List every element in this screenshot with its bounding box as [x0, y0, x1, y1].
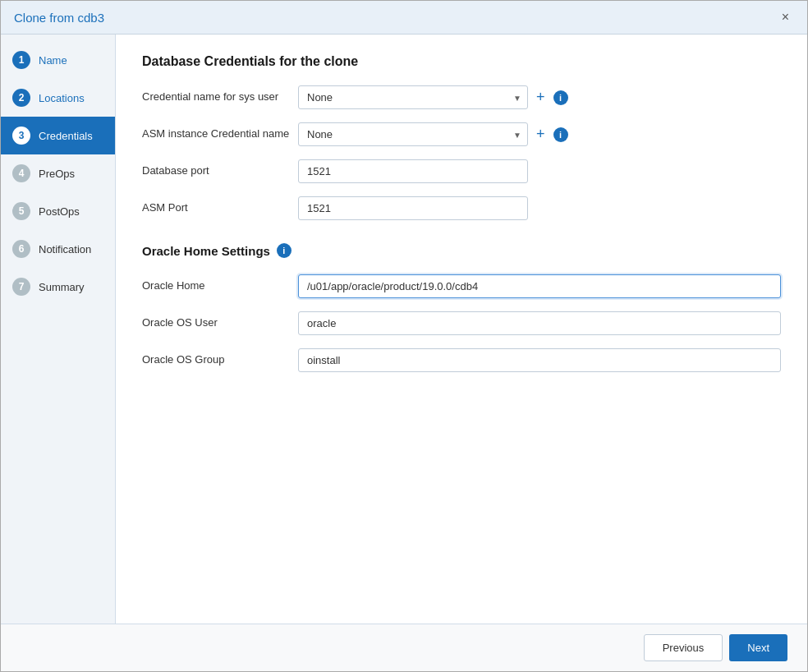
db-port-label: Database port	[142, 163, 298, 178]
sidebar-item-postops[interactable]: 5 PostOps	[1, 192, 115, 230]
sidebar-label-summary: Summary	[39, 281, 85, 293]
sidebar-item-credentials[interactable]: 3 Credentials	[1, 117, 115, 154]
close-button[interactable]: ×	[777, 9, 794, 25]
step-num-5: 5	[12, 202, 30, 220]
asm-credential-group: ASM instance Credential name None ▼ + i	[142, 122, 781, 146]
dialog-footer: Previous Next	[1, 624, 807, 671]
sidebar-label-postops: PostOps	[39, 205, 80, 218]
oracle-home-controls	[298, 274, 781, 298]
asm-credential-controls: None ▼ + i	[298, 122, 781, 146]
info-asm-icon[interactable]: i	[553, 127, 568, 142]
oracle-os-group-controls	[298, 348, 781, 372]
asm-port-group: ASM Port	[142, 196, 781, 220]
add-asm-credential-button[interactable]: +	[535, 124, 547, 145]
wizard-sidebar: 1 Name 2 Locations 3 Credentials 4 PreOp…	[1, 35, 116, 624]
plus-icon: +	[536, 89, 545, 106]
sidebar-item-name[interactable]: 1 Name	[1, 41, 115, 79]
credential-sys-select[interactable]: None	[298, 85, 528, 109]
oracle-os-user-label: Oracle OS User	[142, 315, 298, 330]
info-oracle-section-icon[interactable]: i	[277, 243, 292, 258]
oracle-os-user-group: Oracle OS User	[142, 311, 781, 335]
next-button[interactable]: Next	[729, 634, 787, 661]
title-db: cdb3	[78, 11, 105, 25]
oracle-os-group-group: Oracle OS Group	[142, 348, 781, 372]
db-port-input[interactable]	[298, 159, 528, 183]
title-prefix: Clone from	[14, 11, 78, 25]
db-section-title: Database Credentials for the clone	[142, 54, 781, 69]
dialog-header: Clone from cdb3 ×	[1, 1, 807, 35]
oracle-home-input[interactable]	[298, 274, 781, 298]
main-content: Database Credentials for the clone Crede…	[116, 35, 807, 624]
clone-dialog: Clone from cdb3 × 1 Name 2 Locations 3 C…	[0, 0, 808, 672]
previous-button[interactable]: Previous	[644, 634, 723, 661]
oracle-os-user-controls	[298, 311, 781, 335]
credential-sys-label: Credential name for sys user	[142, 90, 298, 104]
asm-port-label: ASM Port	[142, 200, 298, 215]
sidebar-label-credentials: Credentials	[39, 130, 93, 142]
asm-credential-select-wrapper: None ▼	[298, 122, 528, 146]
sidebar-label-name: Name	[39, 54, 67, 67]
info-credential-sys-icon[interactable]: i	[553, 90, 568, 105]
credential-sys-group: Credential name for sys user None ▼ + i	[142, 85, 781, 109]
asm-credential-label: ASM instance Credential name	[142, 127, 298, 141]
asm-port-input[interactable]	[298, 196, 528, 220]
sidebar-item-summary[interactable]: 7 Summary	[1, 268, 115, 306]
sidebar-item-notification[interactable]: 6 Notification	[1, 230, 115, 268]
oracle-section-title: Oracle Home Settings i	[142, 243, 781, 258]
step-num-7: 7	[12, 278, 30, 296]
credential-sys-select-wrapper: None ▼	[298, 85, 528, 109]
db-port-controls	[298, 159, 781, 183]
oracle-os-group-label: Oracle OS Group	[142, 352, 298, 367]
step-num-4: 4	[12, 164, 30, 182]
step-num-2: 2	[12, 89, 30, 107]
oracle-home-label: Oracle Home	[142, 278, 298, 293]
credential-sys-controls: None ▼ + i	[298, 85, 781, 109]
asm-port-controls	[298, 196, 781, 220]
sidebar-item-locations[interactable]: 2 Locations	[1, 79, 115, 117]
dialog-body: 1 Name 2 Locations 3 Credentials 4 PreOp…	[1, 35, 807, 624]
oracle-os-user-input[interactable]	[298, 311, 781, 335]
oracle-title-text: Oracle Home Settings	[142, 244, 270, 258]
oracle-home-group: Oracle Home	[142, 274, 781, 298]
oracle-section: Oracle Home Settings i Oracle Home Oracl…	[142, 243, 781, 372]
db-port-group: Database port	[142, 159, 781, 183]
sidebar-label-notification: Notification	[39, 243, 91, 255]
step-num-6: 6	[12, 240, 30, 258]
asm-credential-select[interactable]: None	[298, 122, 528, 146]
sidebar-label-locations: Locations	[39, 92, 85, 104]
add-credential-sys-button[interactable]: +	[535, 87, 547, 108]
dialog-title: Clone from cdb3	[14, 11, 104, 25]
step-num-3: 3	[12, 127, 30, 145]
sidebar-label-preops: PreOps	[39, 168, 75, 180]
oracle-os-group-input[interactable]	[298, 348, 781, 372]
sidebar-item-preops[interactable]: 4 PreOps	[1, 154, 115, 192]
plus-asm-icon: +	[536, 126, 545, 143]
step-num-1: 1	[12, 51, 30, 69]
